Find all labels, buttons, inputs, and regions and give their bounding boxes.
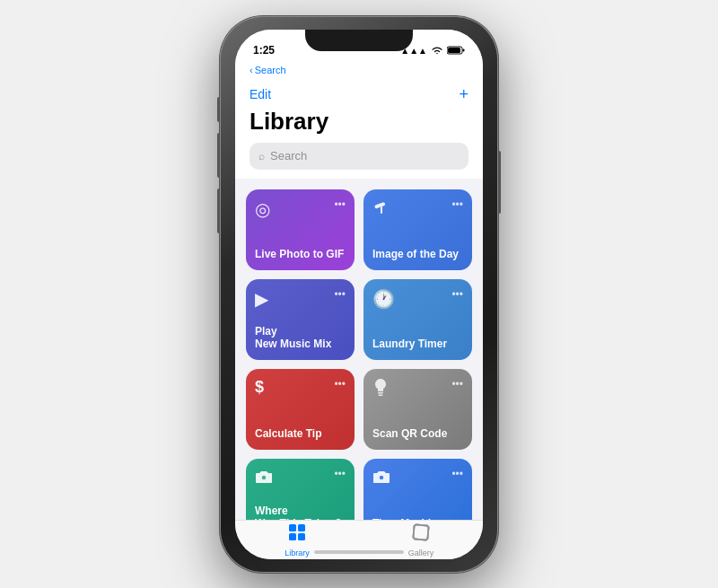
library-tab-icon	[287, 522, 307, 547]
svg-point-7	[261, 475, 267, 480]
svg-rect-18	[298, 524, 305, 531]
add-button[interactable]: +	[459, 85, 468, 104]
shortcuts-grid: ◎ ••• Live Photo to GIF ••	[235, 179, 483, 520]
page-title: Library	[250, 108, 468, 136]
shortcut-calculate[interactable]: $ ••• Calculate Tip	[246, 369, 355, 450]
card-label: PlayNew Music Mix	[255, 325, 346, 351]
dollar-icon: $	[255, 378, 264, 397]
clock-icon: 🕐	[372, 288, 395, 310]
svg-rect-3	[374, 201, 386, 208]
search-placeholder: Search	[270, 149, 307, 162]
card-menu-button[interactable]: •••	[334, 288, 346, 301]
camera-icon	[255, 468, 273, 488]
svg-rect-22	[413, 523, 430, 540]
battery-icon	[447, 46, 465, 57]
volume-up-button	[217, 133, 220, 178]
camera2-icon	[372, 468, 390, 488]
shortcut-play-music[interactable]: ▶ ••• PlayNew Music Mix	[246, 279, 355, 360]
svg-rect-2	[463, 48, 465, 51]
phone-frame: 1:25 ▲▲▲	[220, 16, 498, 573]
shortcut-image-day[interactable]: ••• Image of the Day	[363, 189, 472, 270]
svg-rect-4	[381, 206, 382, 214]
card-label: Image of the Day	[372, 248, 463, 260]
svg-rect-21	[414, 525, 428, 540]
card-menu-button[interactable]: •••	[334, 378, 346, 391]
card-header: ▶ •••	[255, 288, 346, 310]
svg-rect-1	[448, 48, 460, 53]
shortcut-laundry[interactable]: 🕐 ••• Laundry Timer	[363, 279, 472, 360]
back-label[interactable]: Search	[255, 65, 286, 75]
card-label: Scan QR Code	[372, 427, 463, 440]
gallery-tab-icon	[411, 522, 431, 547]
card-label: Time Machine	[372, 517, 463, 519]
svg-rect-5	[378, 392, 383, 394]
power-button	[498, 151, 501, 214]
library-header: Edit + Library ⌕ Search	[235, 80, 483, 179]
phone-screen: 1:25 ▲▲▲	[235, 30, 483, 559]
shortcut-scan-qr[interactable]: ••• Scan QR Code	[363, 369, 472, 450]
svg-point-8	[379, 475, 384, 480]
search-icon: ⌕	[258, 150, 265, 162]
back-navigation[interactable]: ‹ Search	[235, 60, 483, 80]
mute-button	[217, 97, 220, 122]
library-tab-label: Library	[285, 549, 310, 557]
notch	[305, 30, 413, 51]
card-menu-button[interactable]: •••	[451, 198, 463, 211]
card-menu-button[interactable]: •••	[334, 198, 346, 211]
edit-button[interactable]: Edit	[250, 87, 271, 101]
home-indicator	[314, 550, 404, 554]
card-menu-button[interactable]: •••	[334, 468, 346, 480]
header-top: Edit +	[250, 80, 468, 108]
screen-content: Edit + Library ⌕ Search ◎ ••• Live Pho	[235, 80, 483, 520]
card-header: •••	[372, 198, 463, 221]
card-label: Calculate Tip	[255, 427, 346, 440]
live-photo-icon: ◎	[255, 198, 270, 220]
card-header: 🕐 •••	[372, 288, 463, 310]
wifi-icon	[431, 46, 443, 57]
card-menu-button[interactable]: •••	[451, 378, 463, 391]
svg-rect-6	[379, 394, 383, 396]
shortcut-where-taken[interactable]: ••• WhereWas This Taken?	[246, 459, 355, 520]
card-header: •••	[372, 378, 463, 402]
card-menu-button[interactable]: •••	[451, 288, 463, 301]
gallery-tab-label: Gallery	[408, 549, 434, 557]
back-arrow[interactable]: ‹ Search	[250, 65, 286, 75]
svg-rect-20	[298, 533, 305, 540]
status-time: 1:25	[253, 44, 275, 57]
svg-rect-17	[289, 524, 296, 531]
card-menu-button[interactable]: •••	[451, 468, 463, 480]
card-header: ◎ •••	[255, 198, 346, 220]
svg-rect-19	[289, 533, 296, 540]
shortcut-live-photo[interactable]: ◎ ••• Live Photo to GIF	[246, 189, 355, 270]
telescope-icon	[372, 198, 390, 221]
play-icon: ▶	[255, 288, 268, 310]
card-header: •••	[255, 468, 346, 488]
status-icons: ▲▲▲	[400, 46, 465, 57]
card-header: $ •••	[255, 378, 346, 397]
card-label: Live Photo to GIF	[255, 248, 346, 260]
shortcut-time-machine[interactable]: ••• Time Machine	[363, 459, 472, 520]
card-label: WhereWas This Taken?	[255, 505, 346, 520]
search-bar[interactable]: ⌕ Search	[250, 143, 468, 170]
chevron-left-icon: ‹	[250, 65, 253, 75]
card-label: Laundry Timer	[372, 338, 463, 350]
volume-down-button	[217, 189, 220, 233]
card-header: •••	[372, 468, 463, 488]
lightbulb-icon	[372, 378, 389, 402]
